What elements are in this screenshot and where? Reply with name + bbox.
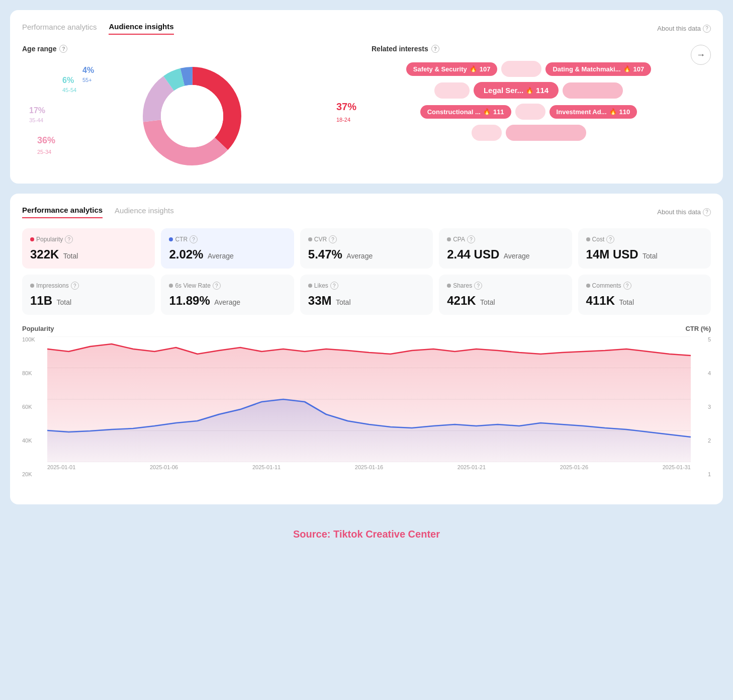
about-data-link[interactable]: About this data ? [657, 25, 711, 33]
chart-wrapper: 100K 80K 60K 40K 20K 5 4 3 2 1 [22, 336, 711, 492]
metric-popularity: Popularity ? 322K Total [22, 228, 155, 269]
unit-cvr: Average [346, 252, 373, 260]
unit-cpa: Average [504, 252, 530, 260]
age-range-section: Age range ? 4%55+ 6%45-54 17%35-44 [22, 45, 361, 171]
info-cvr[interactable]: ? [329, 235, 337, 243]
dot-likes [308, 284, 312, 288]
interest-chip-placeholder-2 [434, 82, 470, 99]
info-icon[interactable]: ? [703, 25, 711, 33]
value-cpa: 2.44 USD [447, 247, 499, 261]
interest-chip-safety[interactable]: Safety & Security 🔥 107 [406, 62, 498, 76]
tab-audience-insights-2[interactable]: Audience insights [115, 206, 174, 218]
unit-impressions: Total [56, 298, 71, 306]
interests-row-3: Constructional ... 🔥 111 Investment Ad..… [372, 104, 686, 120]
donut-chart-svg [137, 61, 247, 171]
info-cost[interactable]: ? [606, 235, 614, 243]
label-55plus: 4%55+ [82, 66, 94, 84]
interest-chip-placeholder-5 [472, 125, 502, 141]
interests-row-4 [372, 125, 686, 141]
y-axis-left: 100K 80K 60K 40K 20K [22, 336, 39, 477]
related-interests-section: Related interests ? → Safety & Security … [372, 45, 711, 171]
info-6sviewrate[interactable]: ? [213, 282, 221, 290]
value-popularity: 322K [30, 247, 59, 261]
fire-icon-investment: 🔥 [609, 108, 617, 115]
x-axis-labels: 2025-01-01 2025-01-06 2025-01-11 2025-01… [47, 462, 691, 470]
value-cost: 14M USD [586, 247, 638, 261]
chart-ctr-label: CTR (%) [685, 325, 711, 332]
related-interests-title: Related interests ? [372, 45, 686, 53]
fire-icon-dating: 🔥 [623, 65, 631, 72]
audience-grid: Age range ? 4%55+ 6%45-54 17%35-44 [22, 45, 711, 171]
value-impressions: 11B [30, 294, 52, 307]
dot-popularity [30, 237, 34, 241]
metric-impressions: Impressions ? 11B Total [22, 275, 155, 315]
interests-row-2: Legal Ser... 🔥 114 [372, 82, 686, 99]
info-ctr[interactable]: ? [190, 235, 198, 243]
age-range-info-icon[interactable]: ? [59, 45, 67, 53]
metric-ctr: CTR ? 2.02% Average [161, 228, 294, 269]
unit-comments: Total [619, 298, 634, 306]
value-shares: 421K [447, 294, 476, 307]
dot-shares [447, 284, 451, 288]
footer: Source: Tiktok Creative Center [10, 514, 723, 554]
metric-likes: Likes ? 33M Total [300, 275, 433, 315]
metric-6s-view-rate: 6s View Rate ? 11.89% Average [161, 275, 294, 315]
info-icon-2[interactable]: ? [703, 208, 711, 216]
unit-popularity: Total [63, 252, 78, 260]
audience-insights-card: Performance analytics Audience insights … [10, 10, 723, 184]
metric-cpa: CPA ? 2.44 USD Average [439, 228, 572, 269]
interest-chip-placeholder-6 [506, 125, 586, 141]
tab-audience-insights[interactable]: Audience insights [109, 22, 173, 35]
age-range-title: Age range ? [22, 45, 361, 53]
interest-chip-legal[interactable]: Legal Ser... 🔥 114 [474, 82, 559, 99]
metrics-row-2: Impressions ? 11B Total 6s View Rate ? 1… [22, 275, 711, 315]
unit-shares: Total [480, 298, 495, 306]
label-45-54: 6%45-54 [62, 76, 76, 94]
interest-chip-constructional[interactable]: Constructional ... 🔥 111 [420, 105, 511, 119]
interest-chip-dating[interactable]: Dating & Matchmaki... 🔥 107 [545, 62, 651, 76]
unit-ctr: Average [208, 252, 234, 260]
unit-likes: Total [336, 298, 351, 306]
interest-chip-placeholder-4 [515, 104, 545, 120]
related-interests-info-icon[interactable]: ? [431, 45, 439, 53]
unit-6sviewrate: Average [214, 298, 240, 306]
fire-icon-legal: 🔥 [526, 87, 533, 94]
info-cpa[interactable]: ? [467, 235, 475, 243]
dot-cost [586, 237, 590, 241]
interest-chip-placeholder-3 [563, 82, 623, 99]
footer-text: Source: Tiktok Creative Center [293, 529, 440, 540]
info-comments[interactable]: ? [623, 282, 631, 290]
info-impressions[interactable]: ? [71, 282, 79, 290]
value-cvr: 5.47% [308, 247, 342, 261]
info-shares[interactable]: ? [474, 282, 482, 290]
metric-cost: Cost ? 14M USD Total [578, 228, 711, 269]
unit-cost: Total [643, 252, 658, 260]
value-6sviewrate: 11.89% [169, 294, 210, 307]
about-data-link-2[interactable]: About this data ? [657, 208, 711, 216]
metric-comments: Comments ? 411K Total [578, 275, 711, 315]
interest-chip-investment[interactable]: Investment Ad... 🔥 110 [549, 105, 637, 119]
chart-svg [47, 336, 691, 462]
dot-6sviewrate [169, 284, 173, 288]
performance-analytics-card: Performance analytics Audience insights … [10, 194, 723, 504]
tab-navigation-performance: Performance analytics Audience insights … [22, 206, 711, 218]
donut-chart-container: 4%55+ 6%45-54 17%35-44 36%25-34 37%18-24 [22, 61, 361, 171]
next-arrow-button[interactable]: → [691, 45, 711, 65]
dot-cpa [447, 237, 451, 241]
interest-chip-placeholder-1 [501, 61, 541, 77]
info-popularity[interactable]: ? [65, 235, 73, 243]
fire-icon-constructional: 🔥 [483, 108, 491, 115]
value-ctr: 2.02% [169, 247, 203, 261]
fire-icon-safety: 🔥 [470, 65, 477, 72]
label-25-34: 36%25-34 [37, 135, 55, 156]
tab-performance-analytics-2[interactable]: Performance analytics [22, 206, 103, 218]
tab-performance-analytics[interactable]: Performance analytics [22, 23, 97, 34]
y-axis-right: 5 4 3 2 1 [704, 336, 711, 477]
donut-hole [161, 85, 223, 147]
dot-comments [586, 284, 590, 288]
value-likes: 33M [308, 294, 332, 307]
dot-cvr [308, 237, 312, 241]
info-likes[interactable]: ? [330, 282, 338, 290]
metric-cvr: CVR ? 5.47% Average [300, 228, 433, 269]
metric-shares: Shares ? 421K Total [439, 275, 572, 315]
